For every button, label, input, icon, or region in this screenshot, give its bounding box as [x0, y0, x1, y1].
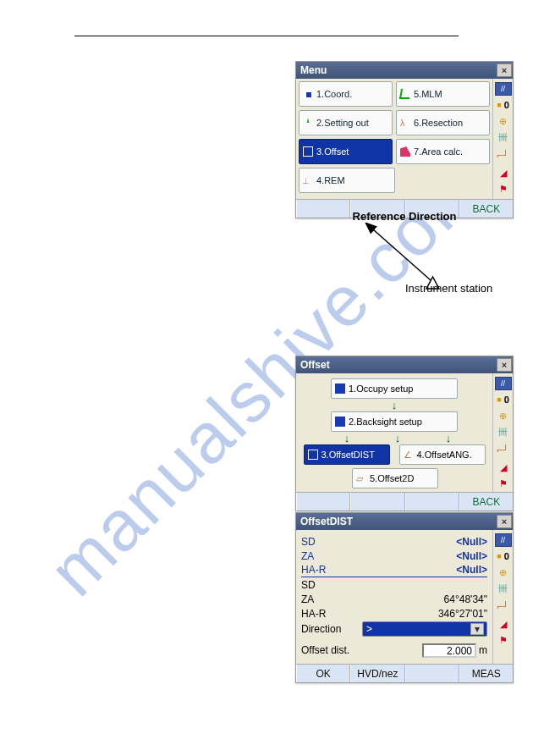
- field-value: <Null>: [362, 550, 487, 562]
- menu-window: Menu × 1.Coord. 5.MLM 2.Setting out λ6.R…: [295, 61, 514, 218]
- ruler-icon: 卌: [495, 425, 512, 439]
- page-divider: [74, 36, 459, 36]
- softkey-3[interactable]: [405, 665, 459, 682]
- target-icon: ⊕: [495, 566, 512, 579]
- chevron-down-icon: ↓: [301, 399, 487, 411]
- field-value: <Null>: [362, 536, 487, 548]
- offset-dist-input[interactable]: 2.000: [422, 643, 476, 658]
- window-title: Offset: [300, 359, 497, 371]
- menu-offset[interactable]: 3.Offset: [299, 139, 393, 164]
- step-offsetang[interactable]: ∠ 4.OffsetANG.: [399, 444, 486, 465]
- battery-icon: //: [495, 377, 512, 390]
- offsetdist-window: OffsetDIST × SD<Null> ZA<Null> HA-R<Null…: [295, 512, 514, 683]
- titlebar: OffsetDIST ×: [296, 513, 513, 530]
- softkey-3[interactable]: [405, 493, 459, 510]
- step-label: 1.Occupy setup: [349, 384, 413, 394]
- field-value: 346°27'01": [362, 608, 487, 620]
- menu-item-label: 6.Resection: [414, 118, 463, 128]
- step-label: 5.Offset2D: [370, 473, 414, 483]
- svg-line-0: [373, 229, 431, 280]
- flex-icon: ⌐┘: [495, 441, 512, 458]
- field-value: <Null>: [362, 564, 487, 576]
- unit-label: m: [479, 644, 487, 656]
- offset-window: Offset × 1.Occupy setup ↓ 2.Backsight se…: [295, 356, 514, 511]
- field-label: SD: [301, 579, 362, 591]
- counter: 0: [504, 395, 509, 405]
- offset-icon: [308, 450, 318, 460]
- sidebar: // ■ 0 ⊕ 卌 ⌐┘ ◢ ⚑: [492, 530, 513, 664]
- softkey-bar: OK HVD/nez MEAS: [296, 664, 513, 682]
- field-label: SD: [301, 536, 362, 548]
- signal-icon: ◢: [495, 166, 512, 179]
- menu-item-label: 1.Coord.: [316, 89, 352, 99]
- counter: 0: [504, 551, 509, 561]
- field-label: ZA: [301, 550, 362, 562]
- angle-icon: ∠: [404, 450, 414, 460]
- battery-icon: //: [495, 533, 512, 547]
- titlebar: Menu ×: [296, 62, 513, 79]
- softkey-hvd[interactable]: HVD/nez: [350, 665, 404, 682]
- direction-select[interactable]: >: [362, 621, 487, 637]
- reference-direction-label: Reference Direction: [295, 210, 514, 223]
- menu-coord[interactable]: 1.Coord.: [299, 81, 393, 107]
- direction-label: Direction: [301, 623, 362, 635]
- step-label: 2.Backsight setup: [349, 417, 422, 427]
- menu-resection[interactable]: λ6.Resection: [396, 110, 490, 135]
- instrument-station-label: Instrument station: [405, 282, 492, 295]
- softkey-1[interactable]: [296, 493, 350, 510]
- menu-item-label: 3.Offset: [316, 146, 349, 157]
- menu-setting-out[interactable]: 2.Setting out: [299, 110, 393, 135]
- rem-icon: ⟂: [303, 175, 313, 185]
- offset-dist-label: Offset dist.: [301, 644, 371, 656]
- close-icon[interactable]: ×: [497, 515, 512, 528]
- step-offsetdist[interactable]: 3.OffsetDIST: [304, 444, 390, 465]
- ruler-icon: 卌: [495, 582, 512, 595]
- area-icon: [400, 146, 410, 157]
- flag-icon: ⚑: [495, 477, 512, 490]
- flow-arrows: ↓↓↓: [301, 432, 487, 444]
- people-icon: λ: [400, 118, 410, 128]
- ruler-icon: 卌: [495, 130, 512, 144]
- flag-icon: ⚑: [495, 182, 512, 196]
- softkey-2[interactable]: [350, 493, 404, 510]
- step-label: 3.OffsetDIST: [321, 450, 375, 460]
- softkey-ok[interactable]: OK: [296, 665, 350, 682]
- softkey-4[interactable]: BACK: [459, 493, 513, 510]
- grid-icon: [335, 417, 345, 427]
- grid-icon: [335, 384, 345, 394]
- titlebar: Offset ×: [296, 356, 513, 373]
- flex-icon: ⌐┘: [495, 146, 512, 163]
- counter: 0: [504, 100, 509, 110]
- menu-area-calc[interactable]: 7.Area calc.: [396, 139, 490, 164]
- menu-rem[interactable]: ⟂4.REM: [299, 168, 395, 193]
- step-label: 4.OffsetANG.: [417, 450, 472, 460]
- step-occupy[interactable]: 1.Occupy setup: [331, 378, 458, 399]
- sidebar: // ■ 0 ⊕ 卌 ⌐┘ ◢ ⚑: [492, 79, 513, 199]
- target-icon: ⊕: [495, 114, 512, 128]
- menu-mlm[interactable]: 5.MLM: [396, 81, 490, 107]
- grid-icon: [303, 89, 313, 99]
- angle-green-icon: [399, 89, 411, 99]
- offset-icon: [303, 146, 313, 157]
- plane-icon: ▱: [356, 473, 366, 483]
- menu-item-label: 7.Area calc.: [414, 146, 463, 157]
- step-offset2d[interactable]: ▱ 5.Offset2D: [352, 468, 438, 488]
- menu-item-label: 2.Setting out: [316, 118, 369, 128]
- window-title: Menu: [300, 64, 497, 76]
- close-icon[interactable]: ×: [497, 63, 512, 77]
- signal-icon: ◢: [495, 617, 512, 631]
- close-icon[interactable]: ×: [497, 358, 512, 372]
- signal-icon: ◢: [495, 461, 512, 474]
- flag-icon: ⚑: [495, 633, 512, 647]
- softkey-bar: BACK: [296, 492, 513, 510]
- battery-icon: //: [495, 82, 512, 96]
- target-icon: ⊕: [495, 409, 512, 422]
- flex-icon: ⌐┘: [495, 598, 512, 615]
- step-backsight[interactable]: 2.Backsight setup: [331, 411, 458, 432]
- field-label: HA-R: [301, 608, 362, 620]
- field-label: HA-R: [301, 564, 362, 576]
- sidebar: // ■ 0 ⊕ 卌 ⌐┘ ◢ ⚑: [492, 373, 513, 492]
- field-label: ZA: [301, 593, 362, 605]
- window-title: OffsetDIST: [300, 516, 497, 527]
- softkey-meas[interactable]: MEAS: [459, 665, 513, 682]
